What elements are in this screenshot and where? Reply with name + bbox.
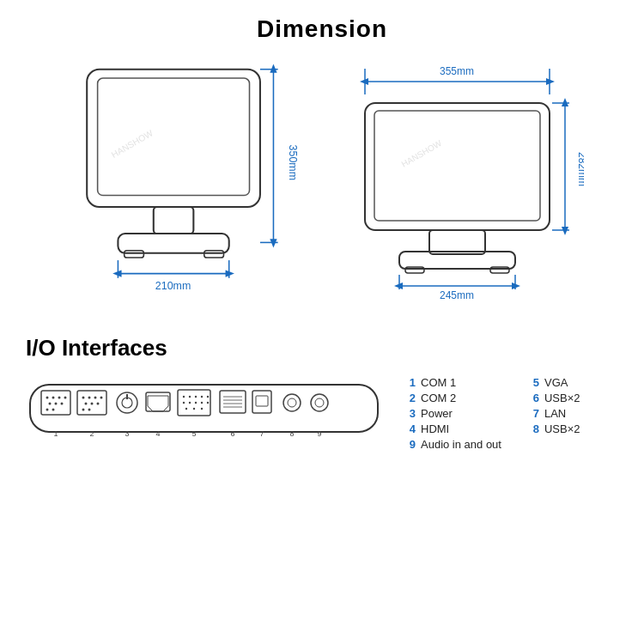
svg-point-78 xyxy=(207,396,209,398)
svg-point-64 xyxy=(82,409,85,411)
svg-point-49 xyxy=(64,397,67,399)
legend-num: 1 xyxy=(404,376,416,389)
svg-point-77 xyxy=(201,396,203,398)
svg-point-58 xyxy=(88,397,91,399)
legend-item: 6USB×2 xyxy=(527,392,618,404)
svg-text:HANSHOW: HANSHOW xyxy=(110,128,155,160)
legend-item: 2COM 2 xyxy=(404,392,501,404)
svg-text:5: 5 xyxy=(191,429,196,438)
svg-marker-33 xyxy=(562,227,568,235)
legend-num: 7 xyxy=(527,407,539,420)
svg-point-101 xyxy=(315,398,324,407)
svg-text:6: 6 xyxy=(230,429,234,438)
svg-point-50 xyxy=(49,403,52,405)
legend-num: 3 xyxy=(404,407,416,420)
svg-text:9: 9 xyxy=(317,429,321,438)
svg-text:355mm: 355mm xyxy=(440,65,474,77)
svg-point-63 xyxy=(97,403,100,405)
svg-point-59 xyxy=(94,397,97,399)
svg-text:4: 4 xyxy=(155,429,160,438)
legend-label: USB×2 xyxy=(544,422,580,435)
svg-point-53 xyxy=(46,409,49,411)
svg-point-84 xyxy=(185,408,187,410)
svg-point-61 xyxy=(85,403,88,405)
svg-marker-39 xyxy=(512,283,520,289)
legend-item: 4HDMI xyxy=(404,422,501,435)
side-diagram: 355mm 282mm 245mm HANSHOW xyxy=(343,52,584,309)
svg-text:1: 1 xyxy=(53,429,58,438)
svg-marker-27 xyxy=(546,78,555,85)
svg-point-81 xyxy=(195,402,197,404)
svg-point-85 xyxy=(193,408,195,410)
legend-num: 9 xyxy=(404,438,416,451)
svg-text:8: 8 xyxy=(289,429,294,438)
svg-marker-8 xyxy=(270,239,276,247)
svg-rect-73 xyxy=(178,390,210,416)
svg-rect-2 xyxy=(154,207,194,234)
legend-num: 2 xyxy=(404,392,416,404)
svg-rect-88 xyxy=(220,391,246,413)
legend-num: 6 xyxy=(527,392,539,404)
legend-item: 5VGA xyxy=(527,376,618,389)
svg-text:282mm: 282mm xyxy=(576,152,584,186)
svg-rect-94 xyxy=(252,391,271,413)
legend-num: 5 xyxy=(527,376,539,389)
svg-rect-95 xyxy=(256,396,268,406)
svg-point-75 xyxy=(189,396,191,398)
legend-label: Power xyxy=(421,407,453,420)
svg-point-62 xyxy=(91,403,94,405)
legend-label: COM 2 xyxy=(421,392,456,404)
svg-point-52 xyxy=(61,403,64,405)
svg-point-51 xyxy=(55,403,58,405)
legend-label: HDMI xyxy=(421,422,449,435)
legend-item: 7LAN xyxy=(527,407,618,420)
svg-point-46 xyxy=(46,397,49,399)
svg-marker-14 xyxy=(226,270,234,276)
svg-rect-1 xyxy=(98,78,250,196)
svg-point-60 xyxy=(100,397,103,399)
legend-item: 1COM 1 xyxy=(404,376,501,389)
svg-point-54 xyxy=(52,409,55,411)
io-section: I/O Interfaces 1 xyxy=(0,335,644,453)
svg-point-79 xyxy=(183,402,185,404)
svg-point-57 xyxy=(82,397,85,399)
svg-text:3: 3 xyxy=(125,429,129,438)
svg-point-47 xyxy=(52,397,55,399)
legend-num: 4 xyxy=(404,422,416,435)
svg-rect-21 xyxy=(429,230,485,254)
legend-label: VGA xyxy=(544,376,568,389)
legend-label: Audio in and out xyxy=(421,438,501,451)
legend-item: 3Power xyxy=(404,407,501,420)
dimension-section: 350mm 210mm HANSHOW xyxy=(0,52,644,309)
svg-point-82 xyxy=(201,402,203,404)
page-title: Dimension xyxy=(0,0,644,43)
legend-item: 8USB×2 xyxy=(527,422,618,435)
io-legend: 1COM 15VGA2COM 26USB×23Power7LAN4HDMI8US… xyxy=(404,376,618,451)
svg-text:7: 7 xyxy=(259,429,264,438)
svg-text:245mm: 245mm xyxy=(440,289,474,301)
svg-point-80 xyxy=(189,402,191,404)
legend-num: 8 xyxy=(527,422,539,435)
svg-point-86 xyxy=(201,408,203,410)
svg-point-48 xyxy=(58,397,61,399)
io-diagram: 1 2 3 xyxy=(26,372,386,453)
svg-point-98 xyxy=(288,398,296,407)
legend-label: USB×2 xyxy=(544,392,580,404)
svg-point-100 xyxy=(311,394,328,411)
io-title: I/O Interfaces xyxy=(26,335,618,361)
svg-rect-0 xyxy=(87,70,260,207)
svg-point-65 xyxy=(88,409,91,411)
front-diagram: 350mm 210mm HANSHOW xyxy=(60,52,309,309)
svg-marker-38 xyxy=(394,283,403,289)
svg-marker-7 xyxy=(270,64,276,72)
svg-point-97 xyxy=(283,394,301,411)
svg-point-76 xyxy=(195,396,197,398)
svg-marker-32 xyxy=(562,98,568,106)
svg-text:350mm: 350mm xyxy=(287,145,299,180)
svg-text:2: 2 xyxy=(89,429,94,438)
svg-marker-26 xyxy=(360,78,368,85)
legend-label: COM 1 xyxy=(421,376,456,389)
svg-point-74 xyxy=(183,396,185,398)
svg-rect-19 xyxy=(365,103,550,230)
svg-rect-20 xyxy=(374,111,540,221)
